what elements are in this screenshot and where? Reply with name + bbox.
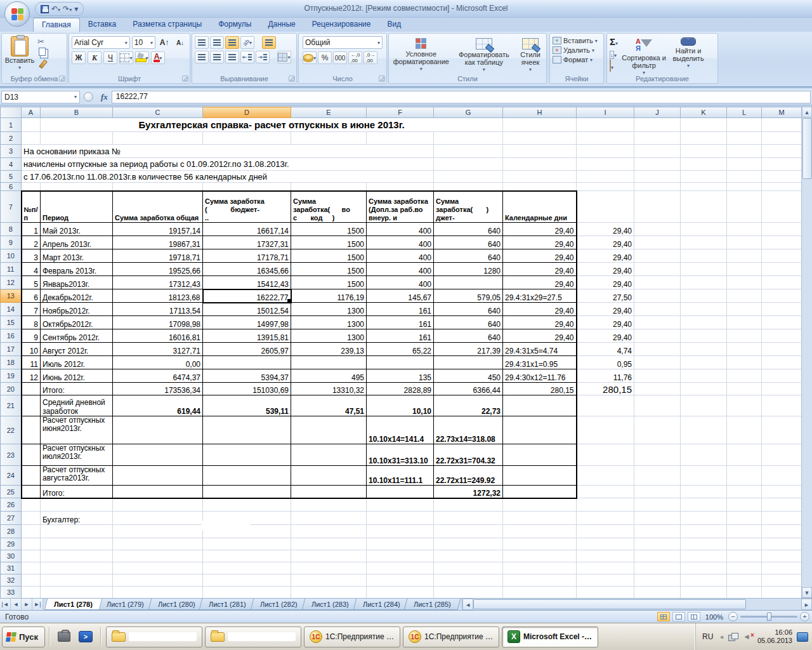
cell[interactable] [434,171,503,183]
sort-filter-button[interactable]: АЯ Сортировка и фильтр▾ [620,35,667,77]
cell[interactable] [503,587,577,599]
quick-launch-admin-tools[interactable] [56,628,72,645]
cell[interactable] [203,574,291,587]
cell[interactable] [681,525,727,538]
cell-F23[interactable]: 10.10x31=313.10 [367,444,434,466]
cell[interactable] [681,289,727,303]
taskbar-button-folder[interactable] [106,627,202,647]
borders-button[interactable]: ▾ [119,51,133,64]
row-header-32[interactable]: 32 [1,574,22,587]
ribbon-tab-Рецензирование[interactable]: Рецензирование [304,18,379,32]
cell[interactable] [762,191,802,223]
sheet-tab-Лист1 (282)[interactable]: Лист1 (282) [251,599,307,610]
cell-A15[interactable]: 8 [22,316,41,329]
cell-E15[interactable]: 1300 [291,316,367,329]
zoom-out-button[interactable]: − [728,612,738,621]
col-header-M[interactable]: M [762,107,802,118]
decrease-indent-button[interactable]: ⇤ [240,51,254,63]
cell[interactable] [113,525,203,538]
cell-D24[interactable] [203,466,291,486]
cell-E22[interactable] [291,416,367,444]
cell-F18[interactable] [367,356,434,369]
align-left-button[interactable] [195,51,209,63]
cell-E14[interactable]: 1300 [291,303,367,316]
cell[interactable] [634,316,681,329]
cell[interactable] [762,289,802,303]
cell-E24[interactable] [291,466,367,486]
cell-E23[interactable] [291,444,367,466]
cell[interactable] [634,303,681,316]
cell-B20[interactable]: Итого: [41,383,113,395]
cell[interactable] [762,329,802,343]
cell[interactable] [577,158,634,171]
cell[interactable] [762,562,802,574]
cell-C20[interactable]: 173536,34 [113,383,203,395]
cell[interactable] [113,562,203,574]
cell[interactable] [681,249,727,263]
cell-A18[interactable]: 11 [22,356,41,369]
row-header-5[interactable]: 5 [1,171,22,183]
cell-I17[interactable]: 4,74 [577,343,634,356]
cell[interactable] [41,550,113,562]
cell-A20[interactable] [22,383,41,395]
cell-F17[interactable]: 65,22 [367,343,434,356]
cell-G14[interactable]: 640 [434,303,503,316]
cell-B24[interactable]: Расчет отпускных августа2013г. [41,466,113,486]
cell-H13[interactable]: 29.4:31x29=27.5 [503,289,577,303]
cell[interactable] [727,486,762,498]
col-header-E[interactable]: E [291,107,367,118]
cell[interactable] [727,289,762,303]
cell[interactable] [727,369,762,383]
cell[interactable] [634,289,681,303]
cell[interactable] [577,512,634,525]
cell-H11[interactable]: 29,40 [503,263,577,276]
cell[interactable] [634,132,681,145]
cell[interactable] [503,562,577,574]
row-header-17[interactable]: 17 [1,343,22,356]
cell[interactable] [762,574,802,587]
cell-E20[interactable]: 13310,32 [291,383,367,395]
increase-indent-button[interactable]: ⇥ [256,51,270,63]
cell[interactable] [41,587,113,599]
bold-button[interactable]: Ж [72,51,86,64]
cell[interactable] [681,444,727,466]
clock[interactable]: 16:06 05.06.2013 [757,628,792,645]
cell-I14[interactable]: 29,40 [577,303,634,316]
ribbon-tab-Вставка[interactable]: Вставка [80,18,125,32]
row-header-2[interactable]: 2 [1,132,22,145]
cell[interactable] [762,486,802,498]
cell-G25[interactable]: 1272,32 [434,486,503,498]
cell-A19[interactable]: 12 [22,369,41,383]
cell-C8[interactable]: 19157,14 [113,223,203,236]
cell-B21[interactable]: Средний дневной заработок [41,395,113,416]
cell-B8[interactable]: Май 2013г. [41,223,113,236]
row-header-20[interactable]: 20 [1,383,22,395]
cell[interactable] [634,466,681,486]
cell[interactable] [634,550,681,562]
col-header-F[interactable]: F [367,107,434,118]
cell-B17[interactable]: Август 2012г. [41,343,113,356]
grow-font-button[interactable]: A↑ [157,36,171,49]
cell[interactable] [577,118,634,132]
cell[interactable] [727,145,762,158]
autosum-button[interactable]: Σ▾ [610,36,618,48]
cell[interactable] [503,158,577,171]
cell-H19[interactable]: 29.4:30x12=11.76 [503,369,577,383]
cell-A17[interactable]: 10 [22,343,41,356]
cell[interactable] [727,512,762,525]
cell[interactable] [291,574,367,587]
cell[interactable] [727,550,762,562]
cell[interactable] [681,343,727,356]
next-sheet-button[interactable]: ► [22,599,32,610]
align-bottom-button[interactable] [225,36,239,49]
start-button[interactable]: Пуск [2,627,45,647]
table-header-A[interactable]: №п/п [22,191,41,223]
conditional-formatting-button[interactable]: Условное форматирование▾ [389,36,454,74]
row-header-26[interactable]: 26 [1,498,22,512]
cell-H25[interactable] [503,486,577,498]
row-header-29[interactable]: 29 [1,538,22,550]
align-center-button[interactable] [210,51,224,63]
cell[interactable] [577,171,634,183]
cell-F11[interactable]: 400 [367,263,434,276]
cell[interactable] [727,416,762,444]
